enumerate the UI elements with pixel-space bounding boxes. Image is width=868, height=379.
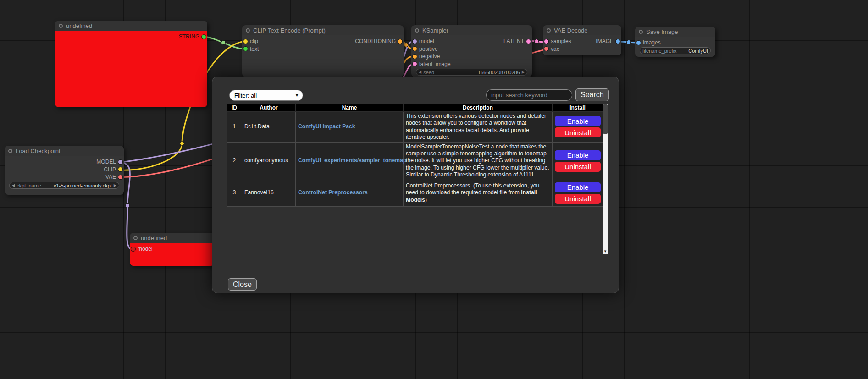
input-slot-label: positive <box>419 46 438 52</box>
description-text: ModelSamplerTonemapNoiseTest a node that… <box>406 143 549 178</box>
table-scrollbar[interactable]: ▼ <box>603 104 608 254</box>
column-header-install: Install <box>553 104 603 112</box>
widget-arrow-right-icon[interactable]: ▶ <box>114 184 116 187</box>
node-vae-decode[interactable]: VAE DecodesamplesvaeIMAGE <box>543 25 621 55</box>
node-load-checkpoint[interactable]: Load CheckpointMODELCLIPVAE◀ckpt_namev1-… <box>5 146 124 195</box>
input-slot-model: model <box>130 245 215 253</box>
node-titlebar[interactable]: undefined <box>130 233 215 243</box>
extension-author: Fannovel16 <box>242 180 296 206</box>
output-slot-label: STRING <box>179 33 199 40</box>
description-text: ControlNet Preprocessors. (To use this e… <box>406 182 539 196</box>
input-slot-dot-text[interactable] <box>243 47 248 51</box>
node-titlebar[interactable]: Save Image <box>635 27 715 37</box>
scrollbar-down-icon[interactable]: ▼ <box>603 250 608 253</box>
input-slot-dot-images[interactable] <box>636 41 641 45</box>
extensions-table-container[interactable]: IDAuthorNameDescriptionInstall 1Dr.Lt.Da… <box>227 104 603 254</box>
description-text: This extension offers various detector n… <box>406 113 546 140</box>
widget-name: seed <box>423 70 434 75</box>
enable-button[interactable]: Enable <box>555 182 601 192</box>
node-body: MODELCLIPVAE◀ckpt_namev1-5-pruned-emaonl… <box>5 156 124 195</box>
description-text: ) <box>425 197 427 203</box>
output-slot-dot-IMAGE[interactable] <box>616 39 620 44</box>
table-header-row: IDAuthorNameDescriptionInstall <box>227 104 603 112</box>
extension-name-link[interactable]: ComfyUI_experiments/sampler_tonemap <box>298 157 406 164</box>
input-slot-dot-negative[interactable] <box>413 55 417 59</box>
extension-author: comfyanonymous <box>242 142 296 180</box>
widget-arrow-right-icon[interactable]: ▶ <box>522 71 525 74</box>
widget-value: v1-5-pruned-emaonly.ckpt <box>54 183 112 188</box>
node-save-image[interactable]: Save Imageimagesfilename_prefixComfyUI <box>635 27 715 57</box>
extension-install-cell: EnableUninstall <box>553 142 603 180</box>
node-collapse-dot[interactable] <box>59 24 63 28</box>
node-collapse-dot[interactable] <box>246 28 250 33</box>
widget-arrow-left-icon[interactable]: ◀ <box>419 71 421 74</box>
link-clip-to-clip-midpoint-dot[interactable] <box>180 142 184 146</box>
node-body: imagesfilename_prefixComfyUI <box>635 37 715 57</box>
link-image-to-images-midpoint-dot[interactable] <box>627 40 631 44</box>
input-slot-dot-model[interactable] <box>131 247 135 251</box>
node-titlebar[interactable]: CLIP Text Encode (Prompt) <box>242 25 404 35</box>
enable-button[interactable]: Enable <box>555 116 601 126</box>
output-slot-dot-LATENT[interactable] <box>526 39 531 44</box>
widget-seed[interactable]: ◀seed156680208700286▶ <box>416 69 527 76</box>
input-slot-label: negative <box>419 53 440 60</box>
input-slot-dot-latent_image[interactable] <box>413 62 417 66</box>
output-slot-dot-VAE[interactable] <box>118 175 122 179</box>
node-collapse-dot[interactable] <box>133 236 138 240</box>
node-body: samplesvaeIMAGE <box>543 35 621 55</box>
enable-button[interactable]: Enable <box>555 150 601 160</box>
output-slot-label: CLIP <box>104 166 116 173</box>
node-titlebar[interactable]: Load Checkpoint <box>5 146 124 156</box>
output-slot-STRING: STRING <box>55 33 207 41</box>
output-slot-dot-STRING[interactable] <box>202 35 206 39</box>
node-titlebar[interactable]: VAE Decode <box>543 25 621 35</box>
input-slot-dot-positive[interactable] <box>413 47 417 51</box>
column-header-description: Description <box>404 104 553 112</box>
search-button[interactable]: Search <box>575 88 609 101</box>
extension-name-link[interactable]: ComfyUI Impact Pack <box>298 123 355 130</box>
node-title: undefined <box>141 235 167 242</box>
extension-description: ControlNet Preprocessors. (To use this e… <box>404 180 553 206</box>
widget-filename_prefix[interactable]: filename_prefixComfyUI <box>640 47 711 54</box>
uninstall-button[interactable]: Uninstall <box>555 162 601 172</box>
node-title: undefined <box>66 22 92 29</box>
extension-name-link[interactable]: ControlNet Preprocessors <box>298 189 368 196</box>
node-collapse-dot[interactable] <box>8 149 12 153</box>
node-ksampler[interactable]: KSamplermodelpositivenegativelatent_imag… <box>411 25 532 77</box>
link-model-down-midpoint-dot[interactable] <box>126 204 130 208</box>
output-slot-CLIP: CLIP <box>5 165 124 173</box>
output-slot-dot-CLIP[interactable] <box>118 167 122 171</box>
link-cond-to-positive-midpoint-dot[interactable] <box>404 43 409 47</box>
node-clip-text-encode[interactable]: CLIP Text Encode (Prompt)cliptextCONDITI… <box>242 25 404 77</box>
node-collapse-dot[interactable] <box>415 28 419 33</box>
widget-ckpt_name[interactable]: ◀ckpt_namev1-5-pruned-emaonly.ckpt▶ <box>9 182 119 189</box>
node-collapse-dot[interactable] <box>547 28 551 33</box>
widget-name: ckpt_name <box>17 183 41 188</box>
node-titlebar[interactable]: KSampler <box>411 25 532 35</box>
node-undefined-top[interactable]: undefinedSTRING <box>55 21 207 107</box>
extension-install-cell: EnableUninstall <box>553 112 603 143</box>
link-string-to-text-midpoint-dot[interactable] <box>221 41 226 45</box>
node-collapse-dot[interactable] <box>639 30 643 34</box>
search-input[interactable] <box>486 89 572 101</box>
node-undefined-bottom[interactable]: undefinedmodel <box>130 233 215 266</box>
uninstall-button[interactable]: Uninstall <box>555 194 601 204</box>
uninstall-button[interactable]: Uninstall <box>555 127 601 137</box>
output-slot-dot-MODEL[interactable] <box>118 160 122 164</box>
scrollbar-thumb[interactable] <box>603 104 608 134</box>
output-slot-VAE: VAE <box>5 173 124 181</box>
extension-row: 3Fannovel16ControlNet PreprocessorsContr… <box>227 180 603 206</box>
link-latent-to-samples-midpoint-dot[interactable] <box>535 39 539 44</box>
node-body: model <box>130 243 215 266</box>
close-button[interactable]: Close <box>228 278 257 291</box>
widget-value: 156680208700286 <box>478 70 520 75</box>
extension-description: ModelSamplerTonemapNoiseTest a node that… <box>404 142 553 180</box>
node-titlebar[interactable]: undefined <box>55 21 207 31</box>
input-slot-latent_image: latent_image <box>411 60 532 68</box>
input-slot-dot-vae[interactable] <box>544 47 548 51</box>
widget-arrow-left-icon[interactable]: ◀ <box>12 184 15 187</box>
output-slot-dot-CONDITIONING[interactable] <box>398 39 402 44</box>
input-slot-label: model <box>138 246 153 252</box>
input-slot-vae: vae <box>543 45 621 53</box>
filter-select[interactable]: Filter: all <box>229 90 303 101</box>
